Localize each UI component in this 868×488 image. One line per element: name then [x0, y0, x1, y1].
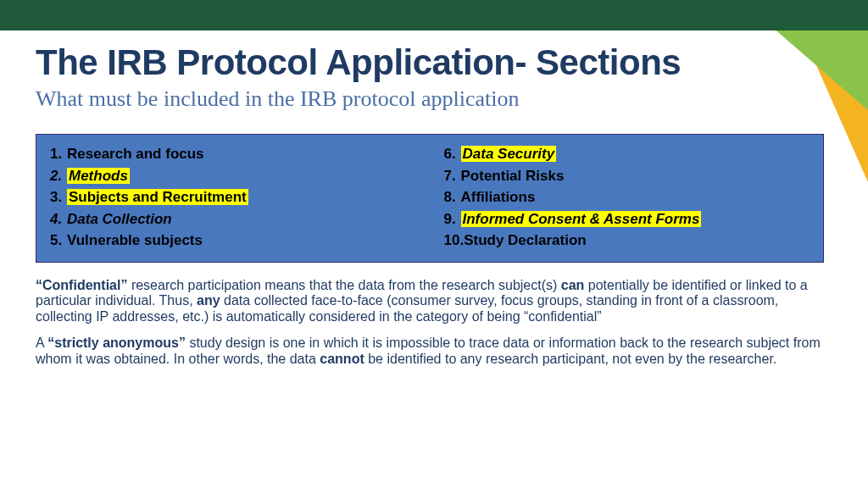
section-item: 2. Methods: [50, 165, 416, 187]
section-number: 3.: [50, 186, 67, 208]
section-label: Potential Risks: [461, 168, 565, 184]
bold-cannot: cannot: [320, 352, 364, 366]
section-label: Affiliations: [461, 189, 536, 205]
section-number: 1.: [50, 143, 67, 165]
section-item: 4. Data Collection: [50, 208, 416, 230]
section-number: 10.: [444, 230, 465, 252]
slide-title: The IRB Protocol Application- Sections: [36, 44, 832, 81]
text: A: [36, 336, 47, 350]
section-item: 9. Informed Consent & Assent Forms: [444, 208, 810, 230]
section-number: 7.: [444, 165, 461, 187]
content-area: The IRB Protocol Application- Sections W…: [36, 44, 832, 368]
paragraph-confidential: “Confidential” research participation me…: [36, 278, 832, 326]
bold-can: can: [561, 278, 585, 292]
section-label: Methods: [67, 168, 130, 184]
slide: The IRB Protocol Application- Sections W…: [0, 0, 868, 488]
section-number: 8.: [444, 186, 461, 208]
text: be identified to any research participan…: [364, 352, 777, 366]
sections-box: 1. Research and focus2. Methods3. Subjec…: [36, 134, 824, 263]
section-number: 5.: [50, 230, 67, 252]
section-label: Research and focus: [67, 146, 204, 162]
sections-col-right: 6. Data Security7. Potential Risks8. Aff…: [430, 135, 824, 262]
section-item: 10. Study Declaration: [444, 230, 810, 252]
slide-subtitle: What must be included in the IRB protoco…: [36, 86, 832, 112]
section-label: Data Collection: [67, 211, 172, 227]
bold-strictly-anonymous: “strictly anonymous”: [47, 336, 186, 350]
text: research participation means that the da…: [127, 278, 560, 292]
section-item: 5. Vulnerable subjects: [50, 230, 416, 252]
section-item: 1. Research and focus: [50, 143, 416, 165]
section-item: 6. Data Security: [444, 143, 810, 165]
section-item: 3. Subjects and Recruitment: [50, 186, 416, 208]
section-label: Informed Consent & Assent Forms: [461, 211, 702, 227]
section-number: 6.: [444, 143, 461, 165]
section-number: 2.: [50, 165, 67, 187]
section-label: Vulnerable subjects: [67, 232, 203, 248]
section-label: Study Declaration: [464, 232, 587, 248]
bold-confidential: “Confidential”: [36, 278, 127, 292]
section-label: Data Security: [461, 146, 557, 162]
paragraph-anonymous: A “strictly anonymous” study design is o…: [36, 336, 832, 368]
section-label: Subjects and Recruitment: [67, 189, 248, 205]
bold-any: any: [197, 293, 220, 308]
top-bar: [0, 0, 868, 30]
section-item: 8. Affiliations: [444, 186, 810, 208]
sections-col-left: 1. Research and focus2. Methods3. Subjec…: [36, 135, 430, 262]
section-number: 4.: [50, 208, 67, 230]
section-item: 7. Potential Risks: [444, 165, 810, 187]
section-number: 9.: [444, 208, 461, 230]
